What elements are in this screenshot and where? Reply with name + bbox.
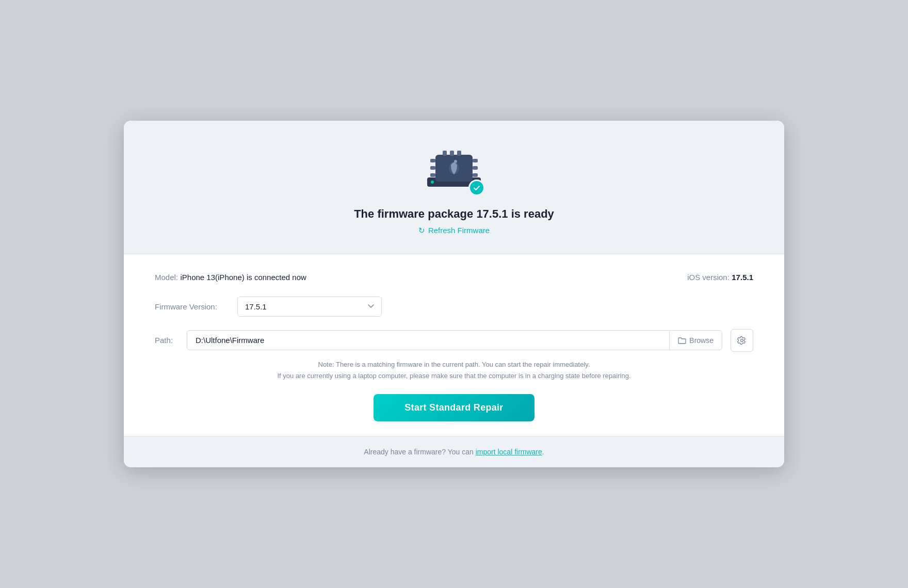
- svg-point-1: [431, 181, 434, 184]
- start-standard-repair-button[interactable]: Start Standard Repair: [374, 394, 534, 421]
- svg-point-16: [741, 339, 743, 341]
- svg-rect-7: [430, 166, 435, 170]
- path-input-wrap: Browse: [187, 330, 722, 350]
- ios-label: iOS version:: [687, 273, 729, 282]
- path-row: Path: Browse: [155, 329, 753, 352]
- firmware-version-label: Firmware Version:: [155, 302, 227, 311]
- firmware-version-select[interactable]: 17.5.1 17.5.0 17.4.1: [237, 297, 382, 317]
- model-label: Model:: [155, 273, 178, 282]
- refresh-label: Refresh Firmware: [428, 226, 490, 235]
- device-icon-wrap:  : [423, 145, 485, 197]
- model-value: iPhone 13(iPhone) is connected now: [180, 273, 306, 282]
- note-text: Note: There is a matching firmware in th…: [155, 359, 753, 382]
- refresh-icon: ↻: [418, 226, 425, 235]
- check-badge: [468, 179, 485, 196]
- svg-rect-3: [443, 151, 447, 156]
- main-content: Model: iPhone 13(iPhone) is connected no…: [124, 254, 784, 436]
- refresh-firmware-link[interactable]: ↻ Refresh Firmware: [418, 226, 490, 235]
- browse-button[interactable]: Browse: [669, 331, 722, 350]
- browse-label: Browse: [689, 336, 714, 345]
- settings-button[interactable]: [731, 329, 753, 352]
- note-line1: Note: There is a matching firmware in th…: [318, 361, 590, 368]
- svg-rect-9: [473, 159, 478, 162]
- footer-text-after: .: [542, 448, 544, 456]
- svg-rect-11: [473, 173, 478, 177]
- device-info-row: Model: iPhone 13(iPhone) is connected no…: [155, 273, 753, 282]
- svg-rect-5: [457, 151, 461, 156]
- firmware-version-row: Firmware Version: 17.5.1 17.5.0 17.4.1: [155, 297, 753, 317]
- folder-icon: [678, 337, 686, 344]
- svg-point-15: [454, 160, 457, 163]
- gear-icon: [737, 336, 747, 345]
- note-line2: If you are currently using a laptop comp…: [277, 372, 630, 380]
- path-label: Path:: [155, 336, 179, 345]
- ios-value: 17.5.1: [732, 273, 753, 282]
- main-window:   The firmware package 17.5.1 is ready…: [124, 121, 784, 467]
- svg-rect-8: [430, 173, 435, 177]
- hero-section:   The firmware package 17.5.1 is ready…: [124, 121, 784, 254]
- ios-info: iOS version: 17.5.1: [687, 273, 753, 282]
- model-info: Model: iPhone 13(iPhone) is connected no…: [155, 273, 306, 282]
- import-local-firmware-link[interactable]: import local firmware: [476, 448, 542, 456]
- svg-rect-6: [430, 159, 435, 162]
- svg-rect-4: [450, 151, 454, 156]
- footer-text-before: Already have a firmware? You can: [364, 448, 475, 456]
- path-input[interactable]: [187, 331, 669, 350]
- hero-title: The firmware package 17.5.1 is ready: [354, 207, 554, 221]
- footer-section: Already have a firmware? You can import …: [124, 436, 784, 467]
- svg-rect-10: [473, 166, 478, 170]
